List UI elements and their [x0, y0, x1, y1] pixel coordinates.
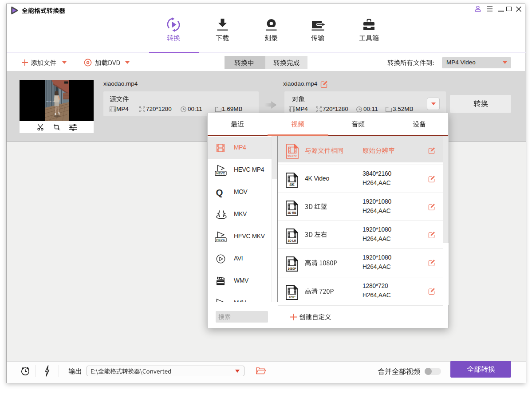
- svg-text:1080P: 1080P: [288, 267, 296, 270]
- svg-text:3D RB: 3D RB: [288, 211, 296, 214]
- svg-text:3D LR: 3D LR: [288, 239, 296, 242]
- svg-text:HEVC: HEVC: [217, 172, 225, 175]
- svg-text:I STE 2 %: I STE 2 %: [46, 100, 55, 102]
- svg-text:Q: Q: [216, 188, 223, 197]
- svg-text:720P: 720P: [288, 296, 296, 299]
- svg-text:HEVC: HEVC: [217, 238, 225, 241]
- svg-text:source: source: [288, 154, 297, 158]
- svg-text:4K: 4K: [289, 182, 295, 187]
